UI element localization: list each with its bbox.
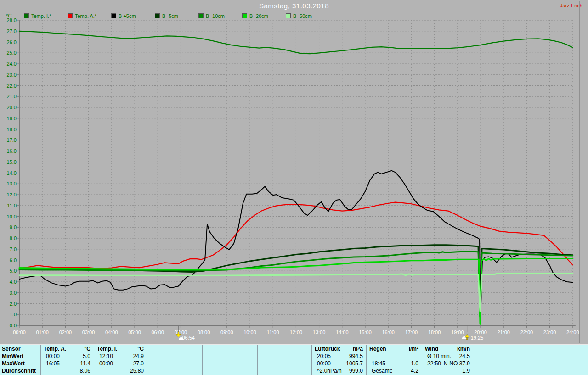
- table-cell-value: 11.4: [44, 360, 90, 367]
- table-cell-value: 994.5: [315, 353, 363, 360]
- table-cell-value: 1.9: [425, 367, 470, 375]
- table-col-unit: hPa: [315, 345, 363, 353]
- series-line-b-5cm: [19, 171, 573, 319]
- table-col-unit: °C: [97, 345, 144, 353]
- y-tick-label: 14.0: [7, 170, 17, 176]
- y-tick-label: 23.0: [7, 72, 17, 78]
- table-cell-value: N-NO 37.9: [425, 360, 470, 367]
- y-tick-label: 6.0: [10, 257, 17, 263]
- y-tick-label: 21.0: [7, 94, 17, 99]
- y-tick-label: 9.0: [10, 224, 17, 230]
- x-tick-label: 23:00: [543, 330, 556, 335]
- y-tick-label: 1.0: [10, 312, 17, 317]
- y-tick-label: 15.0: [7, 159, 17, 165]
- table-divider: [422, 345, 422, 375]
- table-col-unit: l/m²: [369, 345, 418, 353]
- series-line-b-50cm: [19, 274, 573, 312]
- x-tick-label: 09:00: [220, 330, 233, 335]
- y-tick-label: 17.0: [7, 137, 17, 143]
- table-divider: [40, 345, 41, 375]
- x-tick-label: 12:00: [290, 330, 303, 335]
- table-divider: [94, 345, 94, 375]
- x-tick-label: 18:00: [428, 330, 441, 335]
- y-tick-label: 2.0: [10, 301, 17, 307]
- x-tick-label: 05:00: [128, 330, 141, 335]
- table-cell-value: 24.9: [97, 353, 144, 360]
- y-tick-label: 19.0: [7, 116, 17, 121]
- table-col-unit: km/h: [425, 345, 470, 353]
- sunset-icon: [465, 334, 469, 340]
- x-tick-label: 10:00: [243, 330, 256, 335]
- y-tick-label: 28.0: [7, 17, 17, 23]
- table-row-header: Durchschnitt: [2, 367, 40, 375]
- sunrise-time-label: 06:54: [182, 335, 195, 341]
- temperature-chart: 0.01.02.03.04.05.06.07.08.09.010.011.012…: [0, 0, 588, 343]
- table-cell-value: 8.06: [44, 367, 90, 375]
- x-tick-label: 17:00: [405, 330, 418, 335]
- table-divider: [202, 345, 203, 375]
- weather-app-window: Samstag, 31.03.2018 Jarz Erich °C Temp. …: [0, 0, 588, 375]
- y-tick-label: 3.0: [10, 290, 17, 296]
- y-tick-label: 24.0: [7, 61, 17, 67]
- table-row-header: MinWert: [2, 353, 40, 360]
- table-cell-value: 1.0: [369, 360, 418, 367]
- table-cell-value: 999.0: [315, 367, 363, 375]
- x-tick-label: 14:00: [336, 330, 349, 335]
- table-cell-value: 5.0: [44, 353, 90, 360]
- x-tick-label: 03:00: [82, 330, 95, 335]
- table-cell-value: 25.80: [97, 367, 144, 375]
- y-tick-label: 5.0: [10, 268, 17, 274]
- table-row-header: MaxWert: [2, 360, 40, 367]
- y-tick-label: 4.0: [10, 279, 17, 285]
- x-tick-label: 01:00: [36, 330, 49, 335]
- window-border-highlight: [581, 1, 581, 343]
- x-tick-label: 04:00: [105, 330, 118, 335]
- y-tick-label: 22.0: [7, 83, 17, 89]
- y-tick-label: 26.0: [7, 39, 17, 45]
- x-tick-label: 21:00: [497, 330, 510, 335]
- y-tick-label: 10.0: [7, 214, 17, 219]
- x-tick-label: 19:00: [451, 330, 464, 335]
- table-divider: [147, 345, 147, 375]
- y-tick-label: 16.0: [7, 148, 17, 154]
- x-tick-label: 13:00: [313, 330, 326, 335]
- x-tick-label: 16:00: [382, 330, 395, 335]
- sunset-time-label: 19:25: [471, 335, 484, 341]
- series-line-b-10cm: [19, 252, 573, 316]
- y-tick-label: 13.0: [7, 181, 17, 186]
- y-tick-label: 25.0: [7, 50, 17, 56]
- x-tick-label: 06:00: [151, 330, 164, 335]
- table-cell-value: 24.5: [425, 353, 470, 360]
- table-cell-value: 1005.7: [315, 360, 363, 367]
- x-tick-label: 00:00: [13, 330, 26, 335]
- x-tick-label: 02:00: [59, 330, 72, 335]
- x-tick-label: 08:00: [198, 330, 210, 335]
- y-tick-label: 8.0: [10, 235, 17, 241]
- y-tick-label: 0.0: [10, 323, 17, 328]
- table-divider: [311, 345, 312, 375]
- x-tick-label: 15:00: [359, 330, 372, 335]
- y-tick-label: 18.0: [7, 127, 17, 132]
- x-tick-label: 24:00: [566, 330, 579, 335]
- table-row-header: Sensor: [2, 345, 40, 353]
- table-cell-value: 4.2: [369, 367, 418, 375]
- y-tick-label: 11.0: [7, 203, 17, 208]
- x-tick-label: 20:00: [474, 330, 487, 335]
- y-tick-label: 7.0: [10, 246, 17, 252]
- table-divider: [366, 345, 367, 375]
- table-cell-value: 27.0: [97, 360, 144, 367]
- x-tick-label: 22:00: [520, 330, 533, 335]
- y-tick-label: 12.0: [7, 192, 17, 197]
- y-tick-label: 27.0: [7, 28, 17, 34]
- table-col-unit: °C: [44, 345, 90, 353]
- window-border: [579, 1, 580, 343]
- y-tick-label: 20.0: [7, 105, 17, 110]
- summary-table: SensorMinWertMaxWertDurchschnittTemp. A.…: [0, 344, 588, 375]
- x-tick-label: 11:00: [267, 330, 279, 335]
- table-divider: [257, 345, 258, 375]
